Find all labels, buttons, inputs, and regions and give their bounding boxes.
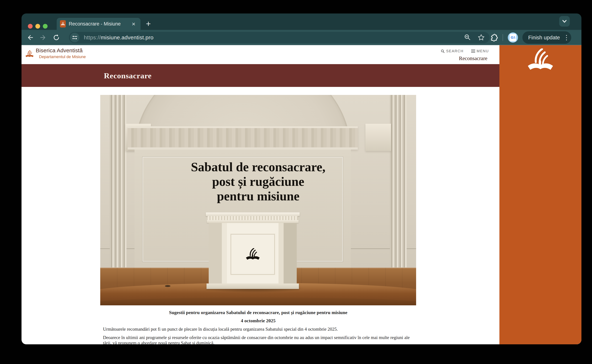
article-heading: Sugestii pentru organizarea Sabatului de… — [100, 310, 416, 316]
url-protocol: https:// — [84, 34, 101, 40]
finish-update-button[interactable]: Finish update ⋮ — [522, 31, 571, 44]
tab-title: Reconsacrare - Misiune — [69, 21, 130, 27]
adventist-logo-icon — [245, 248, 260, 261]
reload-button[interactable] — [52, 33, 60, 42]
tab-close-icon[interactable]: × — [130, 20, 137, 27]
url-text[interactable]: https://misiune.adventist.pro — [84, 34, 153, 41]
profile-avatar[interactable]: G:\ — [508, 32, 518, 43]
search-icon — [441, 49, 445, 53]
right-capital — [365, 124, 391, 151]
tab-search-button[interactable] — [559, 16, 570, 26]
profile-avatar-label: G:\ — [510, 34, 516, 41]
back-button[interactable] — [26, 33, 34, 42]
ornamental-frieze — [128, 126, 358, 150]
adventist-logo-icon — [25, 49, 34, 59]
window-controls — [28, 24, 48, 29]
menu-link[interactable]: MENU — [471, 49, 489, 53]
browser-menu-kebab-icon[interactable]: ⋮ — [563, 34, 569, 41]
forward-button[interactable] — [39, 33, 47, 42]
bookmark-star-icon[interactable] — [478, 34, 485, 41]
hero-title: Sabatul de reconsacrare, post și rugăciu… — [100, 160, 416, 203]
hero-title-line: Sabatul de reconsacrare, — [100, 160, 416, 174]
active-tab[interactable]: Reconsacrare - Misiune × — [57, 18, 140, 30]
zoom-out-icon[interactable] — [464, 34, 471, 41]
floor-microphone — [165, 285, 171, 287]
toolbar-divider — [502, 34, 503, 41]
page-title: Reconsacrare — [104, 71, 152, 80]
minimize-window-button[interactable] — [35, 24, 40, 29]
article-paragraph: Următoarele recomandări pot fi un punct … — [100, 326, 416, 332]
chevron-down-icon — [561, 19, 568, 24]
brand-name: Biserica Adventistă — [36, 47, 86, 53]
site-settings-icon[interactable] — [70, 33, 79, 42]
new-tab-button[interactable]: + — [143, 19, 153, 29]
omnibox-actions — [464, 34, 485, 41]
close-window-button[interactable] — [28, 24, 33, 29]
extensions-icon[interactable] — [490, 34, 498, 41]
page-title-banner: Reconsacrare — [21, 64, 500, 87]
menu-label: MENU — [477, 49, 489, 53]
address-bar[interactable]: https://misiune.adventist.pro — [69, 32, 490, 43]
hero-image: Sabatul de reconsacrare, post și rugăciu… — [100, 95, 416, 305]
search-label: SEARCH — [446, 49, 463, 53]
browser-window: Reconsacrare - Misiune × + — [21, 13, 581, 344]
screenshot-root: Reconsacrare - Misiune × + — [0, 0, 592, 364]
brand-department: Departamentul de Misiune — [39, 54, 86, 59]
site-header: Biserica Adventistă Departamentul de Mis… — [21, 45, 500, 64]
page-viewport: Biserica Adventistă Departamentul de Mis… — [21, 45, 581, 344]
adventist-logo-icon — [526, 48, 555, 72]
brand-text: Biserica Adventistă Departamentul de Mis… — [36, 47, 86, 59]
finish-update-label: Finish update — [528, 35, 560, 41]
article-paragraph: Deoarece în ultimii ani programele și re… — [100, 335, 416, 344]
tab-strip: Reconsacrare - Misiune × + — [21, 13, 581, 30]
site-nav: SEARCH MENU — [441, 49, 489, 53]
url-host: misiune.adventist.pro — [101, 34, 153, 40]
zoom-window-button[interactable] — [43, 24, 48, 29]
site-brand[interactable]: Biserica Adventistă Departamentul de Mis… — [25, 47, 86, 59]
article: Sugestii pentru organizarea Sabatului de… — [100, 310, 416, 344]
tab-favicon-icon — [60, 20, 66, 27]
hero-title-line: post și rugăciune — [100, 174, 416, 189]
toolbar-right-cluster: G:\ Finish update ⋮ — [490, 31, 571, 44]
browser-toolbar: https://misiune.adventist.pro — [21, 30, 581, 45]
orange-sidebar — [500, 45, 581, 344]
pulpit — [209, 212, 297, 289]
breadcrumb[interactable]: Reconsacrare — [459, 55, 487, 61]
hero-title-line: pentru misiune — [100, 189, 416, 203]
article-date: 4 octombrie 2025 — [100, 318, 416, 324]
hamburger-icon — [471, 49, 475, 53]
search-link[interactable]: SEARCH — [441, 49, 463, 53]
